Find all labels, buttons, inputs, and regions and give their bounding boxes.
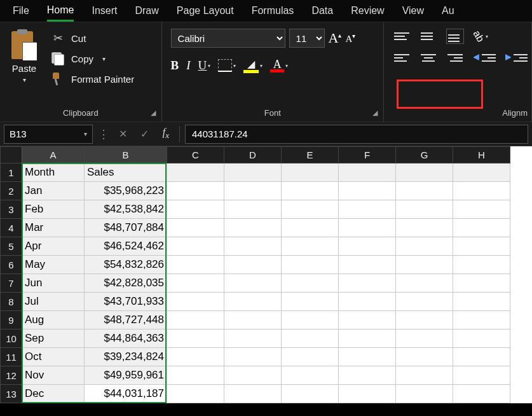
cell[interactable]	[396, 329, 453, 348]
cell[interactable]	[224, 348, 282, 366]
col-header-D[interactable]: D	[224, 147, 282, 163]
font-size-select[interactable]: 11	[289, 29, 325, 48]
align-center-button[interactable]	[419, 50, 437, 66]
align-bottom-button[interactable]	[446, 29, 464, 44]
row-header[interactable]: 13	[1, 385, 22, 403]
font-name-select[interactable]: Calibri	[171, 29, 285, 48]
col-header-A[interactable]: A	[22, 147, 85, 163]
cell[interactable]	[453, 237, 510, 256]
cell[interactable]	[167, 256, 224, 274]
cell[interactable]	[453, 200, 510, 219]
cell[interactable]	[396, 311, 453, 329]
worksheet[interactable]: A B C D E F G H 1MonthSales2Jan$35,968,2…	[0, 146, 532, 403]
cell[interactable]: May	[22, 256, 85, 274]
align-left-button[interactable]	[393, 50, 411, 66]
cell[interactable]	[224, 366, 282, 385]
cell[interactable]	[339, 329, 396, 348]
cell[interactable]	[339, 182, 396, 200]
cell[interactable]	[339, 385, 396, 403]
row-header[interactable]: 1	[1, 163, 22, 182]
cell[interactable]	[224, 219, 282, 237]
row-header[interactable]: 3	[1, 200, 22, 219]
cell[interactable]: $39,234,824	[85, 348, 167, 366]
cell[interactable]	[396, 163, 453, 182]
cell[interactable]	[396, 256, 453, 274]
tab-view[interactable]: View	[402, 4, 424, 20]
cell[interactable]: Jan	[22, 182, 85, 200]
cell[interactable]	[167, 237, 224, 256]
cell[interactable]	[167, 311, 224, 329]
row-header[interactable]: 7	[1, 274, 22, 293]
font-color-button[interactable]: A	[270, 59, 284, 73]
cell[interactable]	[396, 348, 453, 366]
cell[interactable]	[396, 200, 453, 219]
cell[interactable]	[339, 237, 396, 256]
cell[interactable]	[453, 182, 510, 200]
cell[interactable]	[282, 385, 339, 403]
underline-button[interactable]: U	[198, 59, 207, 73]
borders-button[interactable]	[218, 59, 232, 72]
tab-automate-truncated[interactable]: Au	[442, 4, 454, 20]
row-header[interactable]: 12	[1, 366, 22, 385]
cell[interactable]	[282, 219, 339, 237]
cell[interactable]: $48,707,884	[85, 219, 167, 237]
select-all-corner[interactable]	[1, 147, 22, 163]
cell[interactable]	[282, 274, 339, 293]
col-header-B[interactable]: B	[85, 147, 167, 163]
increase-indent-button[interactable]: ⯈	[505, 52, 528, 64]
decrease-font-button[interactable]: A▾	[345, 32, 355, 46]
cell[interactable]: Aug	[22, 311, 85, 329]
cell[interactable]	[453, 219, 510, 237]
cell[interactable]	[282, 293, 339, 311]
cell[interactable]	[224, 293, 282, 311]
tab-data[interactable]: Data	[311, 4, 333, 20]
cell[interactable]	[167, 329, 224, 348]
cell[interactable]: Mar	[22, 219, 85, 237]
cell[interactable]	[339, 366, 396, 385]
cell[interactable]	[453, 385, 510, 403]
cell[interactable]: Nov	[22, 366, 85, 385]
cut-button[interactable]: ✂ Cut	[51, 31, 134, 45]
cell[interactable]: $44,031,187	[85, 385, 167, 403]
paste-button[interactable]: Paste ▾	[9, 29, 39, 86]
cell[interactable]: $43,701,933	[85, 293, 167, 311]
cell[interactable]: $42,828,035	[85, 274, 167, 293]
cell[interactable]	[339, 311, 396, 329]
cell[interactable]	[453, 311, 510, 329]
cell[interactable]: $49,959,961	[85, 366, 167, 385]
cell[interactable]	[282, 163, 339, 182]
cell[interactable]	[167, 274, 224, 293]
cell[interactable]	[396, 219, 453, 237]
cell[interactable]: Feb	[22, 200, 85, 219]
dialog-launcher-icon[interactable]: ◢	[371, 109, 379, 118]
row-header[interactable]: 2	[1, 182, 22, 200]
cell[interactable]	[167, 200, 224, 219]
row-header[interactable]: 11	[1, 348, 22, 366]
cell[interactable]	[282, 348, 339, 366]
bold-button[interactable]: B	[171, 59, 179, 73]
cell[interactable]	[167, 366, 224, 385]
cell[interactable]	[224, 274, 282, 293]
align-top-button[interactable]	[393, 29, 411, 44]
tab-file[interactable]: File	[13, 4, 29, 20]
cell[interactable]	[396, 366, 453, 385]
chevron-down-icon[interactable]: ▾	[84, 130, 87, 137]
cell[interactable]: $48,727,448	[85, 311, 167, 329]
cell[interactable]: $54,832,826	[85, 256, 167, 274]
cell[interactable]	[224, 163, 282, 182]
cell[interactable]: Jul	[22, 293, 85, 311]
cell[interactable]	[282, 366, 339, 385]
cell[interactable]	[282, 237, 339, 256]
chevron-down-icon[interactable]: ▾	[102, 55, 106, 62]
orientation-button[interactable]: ab ▾	[473, 31, 488, 42]
cancel-formula-button[interactable]: ✕	[114, 128, 131, 140]
cell[interactable]	[224, 182, 282, 200]
row-header[interactable]: 8	[1, 293, 22, 311]
cell[interactable]: $35,968,223	[85, 182, 167, 200]
col-header-H[interactable]: H	[453, 147, 510, 163]
row-header[interactable]: 10	[1, 329, 22, 348]
cell[interactable]	[339, 163, 396, 182]
cell[interactable]	[453, 256, 510, 274]
cell[interactable]	[224, 200, 282, 219]
cell[interactable]	[167, 348, 224, 366]
